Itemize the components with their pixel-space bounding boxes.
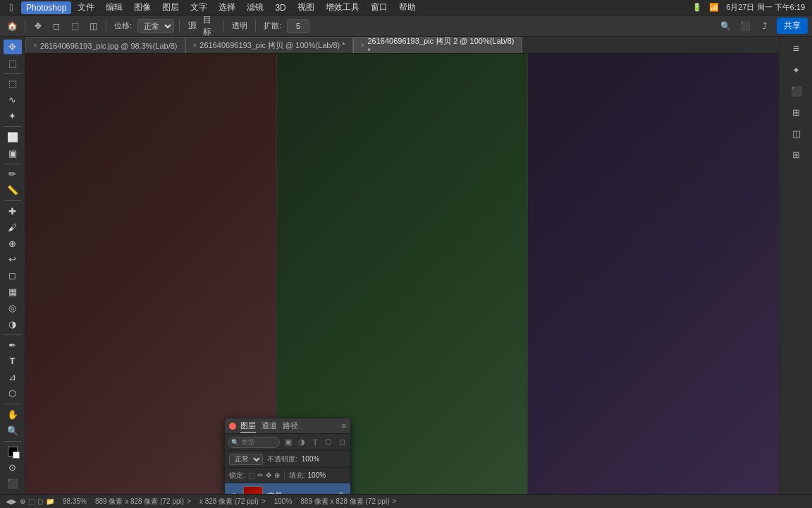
gradient-tool[interactable]: ▦ [4, 284, 22, 299]
libraries-btn[interactable]: ✦ [787, 61, 806, 79]
brush-tool-btn[interactable]: ◻ [49, 18, 64, 34]
menu-photoshop[interactable]: Photoshop [21, 1, 71, 14]
adjustments-btn[interactable]: ◫ [787, 124, 806, 143]
status-camera-btn[interactable]: ⊕ [20, 497, 25, 505]
main-toolbar: 🏠 ✥ ◻ ⬚ ◫ 位移: 正常 变亮 变暗 源 目标 透明 扩散: 🔍 ⬛ ⤴… [0, 16, 812, 37]
filter-pixel-btn[interactable]: ▣ [283, 437, 294, 448]
fg-bg-colors[interactable] [4, 444, 22, 459]
status-brush-btn[interactable]: ◻ [37, 497, 43, 505]
heal-tool[interactable]: ✚ [4, 204, 22, 219]
tab-paths[interactable]: 路径 [283, 420, 298, 433]
share-button[interactable]: 共享 [777, 18, 808, 34]
canvas-btn[interactable]: ◫ [85, 18, 101, 34]
tab-close-2[interactable]: × [193, 42, 197, 49]
layer-thumbnail [243, 486, 263, 494]
source-btn[interactable]: 源 [185, 18, 200, 34]
status-folder-btn[interactable]: 📁 [46, 497, 54, 505]
tab-1[interactable]: × 261640696193_pic.jpg @ 98.3%(Lab/8) [25, 37, 185, 53]
move-tool[interactable]: ✥ [4, 40, 22, 54]
menu-layer[interactable]: 图层 [157, 0, 184, 15]
lock-pixels-btn[interactable]: ✏ [257, 471, 263, 479]
layer-visibility-btn[interactable]: 👁 [229, 491, 239, 494]
move-tool-btn[interactable]: ✥ [30, 18, 46, 34]
grid-btn[interactable]: ⊞ [787, 145, 806, 164]
mode-dropdown[interactable]: 正常 变亮 变暗 [137, 19, 174, 33]
type-tool[interactable]: T [4, 353, 22, 368]
layers-panel-tabs: 图层 通道 路径 [240, 420, 341, 433]
menu-select[interactable]: 选择 [214, 0, 240, 15]
artboard-tool[interactable]: ⬚ [4, 56, 22, 71]
crop-tool[interactable]: ⬜ [4, 130, 22, 145]
zoom-tool[interactable]: 🔍 [4, 423, 22, 438]
tool-sep5 [4, 334, 21, 335]
apple-icon[interactable]:  [6, 2, 17, 13]
pen-tool[interactable]: ✒ [4, 338, 22, 353]
properties-btn[interactable]: ≡ [787, 40, 806, 58]
shape-tool[interactable]: ⬡ [4, 386, 22, 401]
panel-resize-handle[interactable]: ⋮ [345, 418, 350, 430]
toolbar-sep3 [179, 20, 180, 32]
lock-artboard-btn[interactable]: ⊕ [274, 471, 280, 479]
layers-panel: 图层 通道 路径 ≡ ⋮ 🔍 类型 ▣ ◑ T [224, 418, 351, 494]
eyedropper-tool[interactable]: ✏ [4, 167, 22, 181]
frame-tool[interactable]: ▣ [4, 146, 22, 161]
menu-3d[interactable]: 3D [270, 1, 290, 14]
blend-mode-dropdown[interactable]: 正常 [229, 454, 263, 465]
lasso-tool[interactable]: ∿ [4, 92, 22, 107]
tab-layers[interactable]: 图层 [240, 420, 256, 433]
quick-mask-btn[interactable]: ⊙ [4, 460, 22, 475]
menu-window[interactable]: 窗口 [366, 0, 393, 15]
ruler-tool[interactable]: 📏 [4, 183, 22, 198]
menu-image[interactable]: 图像 [129, 0, 156, 15]
blur-tool[interactable]: ◎ [4, 301, 22, 315]
layer-row-background[interactable]: 👁 背景 🔒 [225, 483, 350, 494]
menu-view[interactable]: 视图 [293, 0, 319, 15]
panel-close-btn[interactable] [229, 423, 236, 430]
tab-channels[interactable]: 通道 [262, 420, 277, 433]
hand-tool[interactable]: ✋ [4, 407, 22, 422]
magic-wand-tool[interactable]: ✦ [4, 109, 22, 123]
status-arrows-left[interactable]: ◀▶ [6, 497, 17, 505]
menu-file[interactable]: 文件 [73, 0, 99, 15]
screen-mode-btn[interactable]: ⬛ [4, 476, 22, 491]
eraser-tool[interactable]: ◻ [4, 268, 22, 283]
lock-transparent-btn[interactable]: ⬚ [248, 471, 254, 479]
target-btn[interactable]: 目标 [203, 18, 219, 34]
filter-smart-btn[interactable]: ◻ [336, 437, 347, 448]
dodge-tool[interactable]: ◑ [4, 317, 22, 332]
square-tool-btn[interactable]: ⬚ [67, 18, 82, 34]
home-btn[interactable]: 🏠 [4, 18, 20, 34]
path-tool[interactable]: ⊿ [4, 370, 22, 385]
menu-plugins[interactable]: 增效工具 [321, 0, 364, 15]
tab-2[interactable]: × 261640696193_pic 拷贝 @ 100%(Lab/8) * [185, 37, 353, 53]
status-arrow1[interactable]: > [187, 497, 191, 505]
status-panel-2: x 828 像素 (72 ppi) > [199, 497, 266, 507]
view-btn[interactable]: ⬛ [737, 18, 753, 34]
search-btn[interactable]: 🔍 [718, 18, 733, 34]
channels-icon-btn[interactable]: ⊞ [787, 103, 806, 121]
tab-close-1[interactable]: × [33, 42, 37, 49]
menu-text[interactable]: 文字 [185, 0, 212, 15]
status-arrow2[interactable]: > [262, 497, 266, 505]
filter-shape-btn[interactable]: ⬡ [323, 437, 334, 448]
menu-edit[interactable]: 编辑 [101, 0, 128, 15]
filter-adjust-btn[interactable]: ◑ [296, 437, 307, 448]
toolbar-sep4 [223, 20, 224, 32]
lock-position-btn[interactable]: ✥ [266, 471, 271, 479]
marquee-tool[interactable]: ⬚ [4, 77, 22, 92]
layer-lock-icon[interactable]: 🔒 [336, 492, 346, 495]
brush-tool[interactable]: 🖌 [4, 220, 22, 235]
status-view-btn[interactable]: ⬚ [28, 497, 35, 505]
layer-search-box[interactable]: 🔍 类型 [228, 437, 280, 448]
stamp-tool[interactable]: ⊕ [4, 236, 22, 251]
tab-3[interactable]: × 261640696193_pic 拷贝 2 @ 100%(Lab/8) * [353, 37, 522, 53]
menu-filter[interactable]: 滤镜 [242, 0, 269, 15]
filter-type-btn[interactable]: T [309, 437, 321, 448]
expand-input[interactable] [287, 19, 309, 33]
menu-help[interactable]: 帮助 [394, 0, 421, 15]
layers-icon-btn[interactable]: ⬛ [787, 82, 806, 100]
history-brush[interactable]: ↩ [4, 253, 22, 267]
status-arrow3[interactable]: > [392, 497, 396, 505]
tab-close-3[interactable]: × [361, 42, 365, 49]
share-icon-btn[interactable]: ⤴ [757, 18, 773, 34]
